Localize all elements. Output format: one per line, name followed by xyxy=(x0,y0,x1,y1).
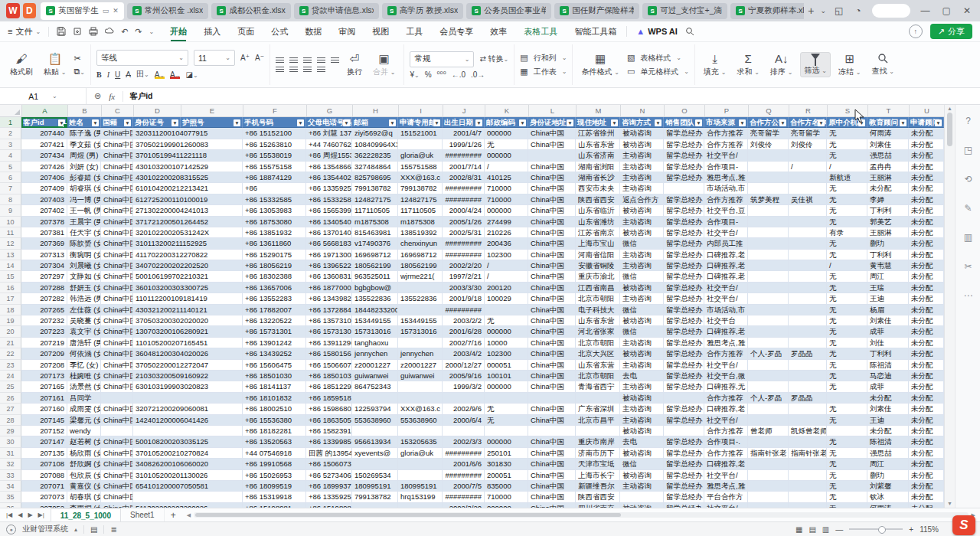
filter-dropdown-icon[interactable]: ▼ xyxy=(92,119,99,126)
strikethrough-button[interactable]: A xyxy=(126,70,131,79)
cell[interactable]: China中国 xyxy=(101,404,133,414)
cell[interactable]: 梁馨元 (女) xyxy=(67,415,101,426)
cell[interactable]: 2001/4/7 xyxy=(443,128,485,139)
cell[interactable]: +86 xyxy=(243,183,306,194)
cell[interactable]: 无 xyxy=(827,436,867,447)
filter-dropdown-icon[interactable]: ▼ xyxy=(655,119,662,126)
cell[interactable]: +86 18141137 xyxy=(243,381,306,392)
cell[interactable]: 青海省西宁 xyxy=(576,381,620,392)
cell[interactable]: 社交平台/ xyxy=(704,293,748,304)
cell[interactable]: China中国 xyxy=(528,381,576,392)
cell[interactable]: 何雨涛 xyxy=(867,128,909,139)
cell[interactable] xyxy=(443,426,485,436)
cell[interactable]: China中国 xyxy=(101,250,133,260)
cell[interactable] xyxy=(748,404,789,414)
cell[interactable]: 未分配 xyxy=(909,271,944,282)
row-number[interactable]: 33 xyxy=(0,470,21,481)
cell[interactable]: 553638960 xyxy=(398,415,443,426)
last-sheet-icon[interactable]: ▶| xyxy=(38,511,44,518)
cell[interactable]: +86 15332585 xyxy=(243,194,306,205)
cell[interactable]: 310113200211152925 xyxy=(133,238,243,249)
cell[interactable]: China中国 xyxy=(528,360,576,371)
cell[interactable]: 000000 xyxy=(485,381,528,392)
cell[interactable]: z20001227 xyxy=(352,360,398,371)
cell[interactable]: 钦冰 xyxy=(867,492,909,502)
cell[interactable]: 207403 xyxy=(21,194,67,205)
cell[interactable]: 江苏省南京 xyxy=(576,227,620,238)
file-menu[interactable]: ≡ 文件 ⌄ xyxy=(0,26,48,38)
menu-tab-会员专享[interactable]: 会员专享 xyxy=(431,21,482,41)
cell[interactable]: 被动咨询 xyxy=(620,503,664,508)
cell[interactable]: 合作项目- xyxy=(704,217,748,227)
cell[interactable]: 2000/6/4 xyxy=(443,415,485,426)
conditional-format-button[interactable]: ▦ 条件格式 ⌄ xyxy=(578,52,622,78)
document-tab[interactable]: S贷款申请信息.xlsx xyxy=(294,3,379,19)
cell[interactable]: 田茜 的13954 xyxy=(306,448,352,459)
cell[interactable]: 广东省深圳 xyxy=(576,404,620,414)
cell[interactable]: 留学总经办 xyxy=(664,492,704,502)
cell[interactable]: China中国 xyxy=(101,172,133,183)
cell[interactable]: 207152 xyxy=(21,426,67,436)
borders-button[interactable]: 田⌄ xyxy=(136,69,149,80)
cell[interactable]: 留学总经办 xyxy=(664,305,704,315)
cell[interactable]: +86 13611860 xyxy=(243,238,306,249)
cell[interactable]: XXX@163.c xyxy=(398,404,443,414)
cell[interactable]: +86 52734062 xyxy=(306,470,352,481)
cell[interactable]: 117110505 xyxy=(352,205,398,216)
cell[interactable]: 2003/3/30 xyxy=(443,283,485,293)
cell[interactable]: / xyxy=(827,260,867,271)
cell[interactable]: 未分配 xyxy=(909,227,944,238)
cell[interactable]: 丁利利 xyxy=(867,348,909,359)
cell[interactable]: / xyxy=(485,271,528,282)
cell[interactable]: China中国 xyxy=(528,315,576,326)
cell[interactable]: +86 15152100 xyxy=(243,128,306,139)
cell[interactable]: 500106199702210321 xyxy=(133,271,243,282)
cell[interactable]: +86 15538019 xyxy=(243,150,306,161)
outline-icon[interactable]: ≣ xyxy=(110,525,116,534)
cell[interactable]: 207161 xyxy=(21,393,67,404)
cell[interactable]: 2000/12/27 xyxy=(443,360,485,371)
cell[interactable]: ######### xyxy=(443,183,485,194)
cell[interactable]: 135522836 xyxy=(352,293,398,304)
column-header-I[interactable]: I xyxy=(399,105,443,116)
document-tab[interactable]: S宁夏教师样本.xlsx xyxy=(730,3,804,19)
cell[interactable]: 留学总经办 xyxy=(664,326,704,337)
cell[interactable] xyxy=(528,426,576,436)
cell[interactable]: 合作方推荐 xyxy=(704,128,748,139)
cell[interactable] xyxy=(789,492,827,502)
cell[interactable] xyxy=(789,415,827,426)
cell[interactable]: 207223 xyxy=(21,326,67,337)
cell[interactable]: +86 15198981 xyxy=(243,503,306,508)
cell[interactable]: China中国 xyxy=(528,194,576,205)
export-icon[interactable] xyxy=(73,27,82,36)
filter-button[interactable]: 筛选 ⌄ xyxy=(800,52,830,77)
cell[interactable]: 留学总经办 xyxy=(664,283,704,293)
cell[interactable] xyxy=(133,492,243,502)
cell[interactable] xyxy=(789,271,827,282)
cell[interactable]: 王迪 xyxy=(867,293,909,304)
help-icon[interactable]: ? xyxy=(965,116,971,126)
cloud-icon[interactable] xyxy=(105,27,114,36)
cell[interactable]: 社交平台/ xyxy=(704,283,748,293)
cell[interactable] xyxy=(789,338,827,348)
cell[interactable]: 157313016 xyxy=(398,326,443,337)
cell[interactable]: China中国 xyxy=(528,128,576,139)
cell[interactable]: China中国 xyxy=(101,260,133,271)
cell[interactable]: 杨欣雨 (女) xyxy=(67,448,101,459)
cell[interactable]: China中国 xyxy=(528,481,576,492)
row-number[interactable]: 31 xyxy=(0,448,21,459)
cell[interactable]: 陈歆赟 (女) xyxy=(67,238,101,249)
cell[interactable]: 内部员工推 xyxy=(704,238,748,249)
filter-dropdown-icon[interactable]: ▼ xyxy=(900,119,906,126)
cell[interactable]: 无 xyxy=(827,293,867,304)
cell[interactable] xyxy=(789,404,827,414)
decrease-indent-icon[interactable] xyxy=(317,57,325,64)
find-button[interactable]: 查找 ⌄ xyxy=(868,52,897,77)
cell[interactable]: 2002/3/20 xyxy=(443,503,485,508)
font-size-select[interactable]: 11⌄ xyxy=(194,50,235,66)
sheet-tab-11_28_5_1000[interactable]: 11_28_5_1000 xyxy=(51,508,121,522)
cell[interactable]: +86 56681836 xyxy=(306,238,352,249)
menu-tab-效率[interactable]: 效率 xyxy=(482,21,515,41)
cell[interactable]: 150269534 xyxy=(352,470,398,481)
cell[interactable]: 冯一博 (男) xyxy=(67,194,101,205)
